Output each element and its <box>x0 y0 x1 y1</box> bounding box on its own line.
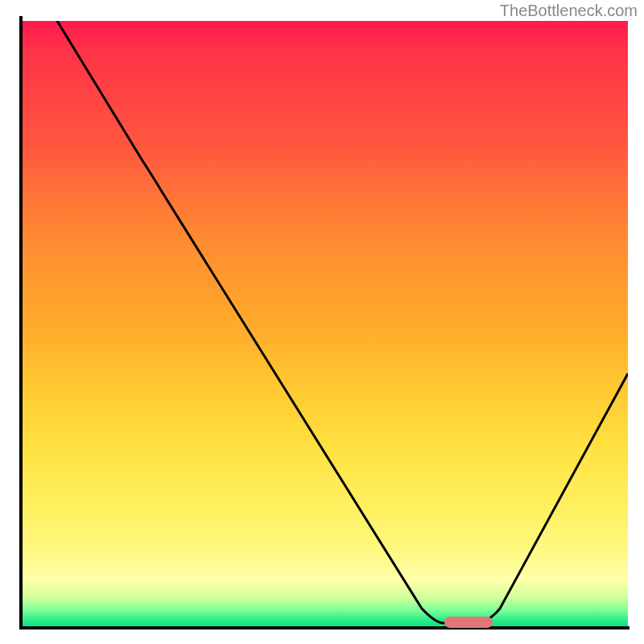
optimal-marker <box>444 617 493 628</box>
watermark-text: TheBottleneck.com <box>500 2 638 20</box>
curve-line <box>21 21 628 628</box>
chart-container: TheBottleneck.com <box>0 0 644 644</box>
